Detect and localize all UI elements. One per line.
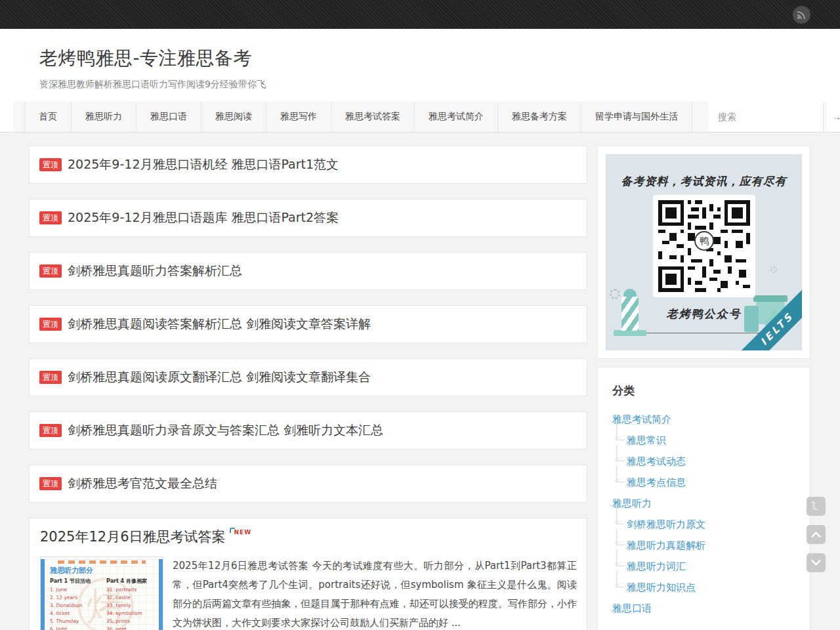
- nav-gap: [692, 102, 709, 132]
- post-title-link[interactable]: 剑桥雅思真题阅读原文翻译汇总 剑雅阅读文章翻译集合: [68, 369, 371, 386]
- category-item: 雅思考试简介: [606, 409, 802, 430]
- category-link[interactable]: 雅思口语: [612, 602, 652, 615]
- qr-center-logo: 鸭: [694, 231, 714, 251]
- answer-line: 32. castle: [106, 594, 154, 602]
- answer-line: 4. ticket: [50, 610, 97, 618]
- latest-title-row: 2025年12月6日雅思考试答案 NEW: [40, 528, 577, 546]
- answer-line: 5. Thursday: [50, 618, 97, 625]
- nav-spacer: [13, 102, 25, 132]
- star-icon: ✦: [811, 500, 815, 505]
- categories-heading: 分类: [612, 383, 802, 398]
- nav-item-study-abroad[interactable]: 留学申请与国外生活: [581, 102, 692, 132]
- nav-inner: 首页 雅思听力 雅思口语 雅思阅读 雅思写作 雅思考试答案 雅思考试简介 雅思备…: [13, 102, 827, 132]
- category-link[interactable]: 雅思常识: [627, 434, 666, 447]
- sheet-section-title: 雅思听力部分: [50, 566, 154, 576]
- pinned-post-card: 置顶 剑桥雅思真题阅读答案解析汇总 剑雅阅读文章答案详解: [29, 305, 587, 343]
- sheet-col-part1: Part 1 节目活动 1. June 2. 12 years 3. Donal…: [50, 578, 97, 630]
- category-item: 剑桥雅思听力原文: [606, 514, 802, 535]
- main-column: 置顶 2025年9-12月雅思口语机经 雅思口语Part1范文 置顶 2025年…: [29, 146, 587, 630]
- nav-item-exam-intro[interactable]: 雅思考试简介: [415, 102, 498, 132]
- pinned-post-card: 置顶 剑桥雅思真题听力录音原文与答案汇总 剑雅听力文本汇总: [29, 411, 587, 450]
- qr-code: 鸭: [653, 195, 755, 297]
- page: 老烤鸭雅思-专注雅思备考 资深雅思教师解析雅思口语听力写作阅读9分经验带你飞 首…: [0, 0, 840, 630]
- category-link[interactable]: 雅思听力知识点: [627, 581, 696, 594]
- answer-line: 2. 12 years: [50, 594, 97, 602]
- post-title-link[interactable]: 2025年9-12月雅思口语题库 雅思口语Part2答案: [68, 209, 339, 226]
- scroll-to-top-button[interactable]: [807, 525, 826, 544]
- answer-line: 1. June: [50, 586, 97, 594]
- nav-item-reading[interactable]: 雅思阅读: [201, 102, 266, 132]
- category-item: 雅思考点信息: [606, 472, 802, 493]
- new-badge-icon: NEW: [230, 529, 252, 536]
- pinned-badge: 置顶: [39, 424, 62, 437]
- answer-line: 33. family: [106, 602, 154, 610]
- category-link[interactable]: 雅思考点信息: [627, 476, 686, 489]
- post-excerpt: 2025年12月6日雅思考试答案 今天的考试难度有些大。听力部分，从Part1到…: [173, 556, 577, 630]
- pinned-post-card: 置顶 剑桥雅思考官范文最全总结: [29, 465, 587, 503]
- nav-item-listening[interactable]: 雅思听力: [72, 102, 136, 132]
- answer-line: 34. symbolism: [106, 610, 154, 618]
- content-area: 置顶 2025年9-12月雅思口语机经 雅思口语Part1范文 置顶 2025年…: [0, 133, 840, 630]
- pinned-badge: 置顶: [39, 318, 62, 331]
- post-title-link[interactable]: 剑桥雅思真题听力录音原文与答案汇总 剑雅听力文本汇总: [68, 422, 383, 439]
- rss-icon[interactable]: [793, 6, 810, 24]
- sheet-cut-header: [58, 560, 146, 564]
- pinned-badge: 置顶: [39, 158, 62, 171]
- qr-promo-card: 备考资料，考试资讯，应有尽有: [597, 146, 810, 359]
- pinned-badge: 置顶: [39, 211, 62, 224]
- post-title-link[interactable]: 剑桥雅思考官范文最全总结: [68, 475, 217, 492]
- latest-post-body: 雅思听力部分 Part 1 节目活动 1. June 2. 12 years 3…: [40, 556, 577, 630]
- answer-line: 6. light: [50, 625, 97, 630]
- answer-line: 35. prints: [106, 618, 154, 625]
- nav-item-speaking[interactable]: 雅思口语: [136, 102, 201, 132]
- post-title-link[interactable]: 剑桥雅思真题阅读答案解析汇总 剑雅阅读文章答案详解: [68, 316, 371, 333]
- lighthouse-base: [614, 330, 646, 336]
- category-item: 雅思常识: [606, 430, 802, 451]
- nav-item-home[interactable]: 首页: [25, 102, 72, 132]
- category-item: 雅思听力: [606, 493, 802, 514]
- category-item: 雅思听力真题解析: [606, 535, 802, 556]
- top-bar: [0, 0, 840, 29]
- category-item: 雅思听力词汇: [606, 556, 802, 577]
- pinned-post-card: 置顶 剑桥雅思真题听力答案解析汇总: [29, 252, 587, 290]
- qr-top-text: 备考资料，考试资讯，应有尽有: [606, 174, 802, 189]
- site-header: 老烤鸭雅思-专注雅思备考 资深雅思教师解析雅思口语听力写作阅读9分经验带你飞: [0, 29, 840, 102]
- latest-post-title[interactable]: 2025年12月6日雅思考试答案: [40, 528, 226, 546]
- category-item: 雅思考试动态: [606, 451, 802, 472]
- search-input[interactable]: [709, 112, 832, 122]
- main-navigation: 首页 雅思听力 雅思口语 雅思阅读 雅思写作 雅思考试答案 雅思考试简介 雅思备…: [0, 102, 840, 133]
- nav-item-writing[interactable]: 雅思写作: [266, 102, 331, 132]
- category-link[interactable]: 剑桥雅思听力原文: [627, 518, 705, 531]
- pinned-post-card: 置顶 2025年9-12月雅思口语题库 雅思口语Part2答案: [29, 199, 587, 237]
- floating-buttons: ☾ ✦: [807, 497, 826, 572]
- post-title-link[interactable]: 剑桥雅思真题听力答案解析汇总: [68, 262, 242, 280]
- post-title-link[interactable]: 2025年9-12月雅思口语机经 雅思口语Part1范文: [68, 156, 339, 173]
- category-link[interactable]: 雅思听力真题解析: [627, 539, 705, 552]
- night-mode-button[interactable]: ☾ ✦: [807, 497, 826, 516]
- scroll-to-bottom-button[interactable]: [807, 553, 826, 572]
- pinned-badge: 置顶: [39, 264, 62, 278]
- categories-widget: 分类 雅思考试简介 雅思常识 雅思考试动态 雅思考点信息 雅思听力 剑桥雅思听力…: [597, 367, 810, 630]
- search-submit-arrow-icon[interactable]: →: [832, 112, 840, 122]
- gear-icon: [610, 289, 620, 299]
- chevron-down-icon: [811, 556, 822, 566]
- pinned-post-card: 置顶 2025年9-12月雅思口语机经 雅思口语Part1范文: [29, 146, 587, 184]
- pinned-badge: 置顶: [39, 477, 62, 490]
- category-link[interactable]: 雅思考试动态: [627, 455, 686, 468]
- category-link[interactable]: 雅思听力词汇: [627, 560, 686, 573]
- site-title[interactable]: 老烤鸭雅思-专注雅思备考: [39, 46, 840, 71]
- post-thumbnail[interactable]: 雅思听力部分 Part 1 节目活动 1. June 2. 12 years 3…: [40, 556, 163, 630]
- category-item: 雅思口语: [606, 598, 802, 619]
- sidebar: 备考资料，考试资讯，应有尽有: [597, 146, 810, 630]
- sheet-col2-header: Part 4 肖像画家: [106, 578, 154, 585]
- pinned-badge: 置顶: [39, 371, 62, 384]
- search-form: →: [709, 102, 823, 132]
- sheet-columns: Part 1 节目活动 1. June 2. 12 years 3. Donal…: [50, 578, 154, 630]
- latest-post-card: 2025年12月6日雅思考试答案 NEW 雅思听力部分 Part 1 节目活动 …: [29, 518, 587, 630]
- answer-line: 3. Donaldson: [50, 602, 97, 610]
- nav-item-prep-plan[interactable]: 雅思备考方案: [498, 102, 581, 132]
- nav-item-exam-answers[interactable]: 雅思考试答案: [331, 102, 415, 132]
- qr-promo-image[interactable]: 备考资料，考试资讯，应有尽有: [606, 154, 802, 350]
- qr-divider-line: [646, 333, 762, 333]
- answer-line: 36. poet: [106, 625, 154, 630]
